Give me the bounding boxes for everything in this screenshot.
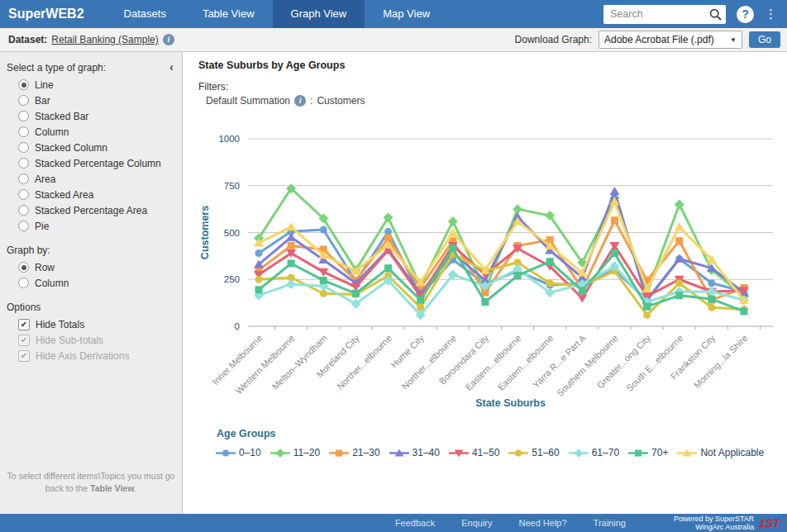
legend-marker-icon <box>329 448 349 458</box>
footer-link-training[interactable]: Training <box>594 518 626 528</box>
graph-type-option-line[interactable]: Line <box>0 77 182 93</box>
graph-by-label: Graph by: <box>7 245 175 256</box>
graph-type-option-stacked-percentage-column[interactable]: Stacked Percentage Column <box>0 155 182 171</box>
legend-item-61-70: 61–70 <box>569 447 619 458</box>
data-point <box>635 449 642 456</box>
options-label: Options <box>7 302 175 313</box>
x-category-label: Southern Melbourne <box>555 333 620 398</box>
data-point <box>288 242 295 249</box>
radio-icon <box>18 142 29 153</box>
y-tick-label: 250 <box>224 274 240 284</box>
option-label: Hide Axis Derivations <box>36 350 129 362</box>
data-point <box>675 199 684 209</box>
dataset-link[interactable]: Retail Banking (Sample) <box>51 34 158 45</box>
legend-marker-icon <box>449 448 469 458</box>
radio-icon <box>18 95 29 106</box>
legend-label: 21–30 <box>352 447 379 458</box>
data-point <box>574 449 583 458</box>
line-chart: 02505007501000Inner MelbourneWestern Mel… <box>197 120 784 419</box>
y-tick-label: 1000 <box>218 134 240 144</box>
collapse-sidebar-icon[interactable]: ‹ <box>169 60 174 73</box>
footer-link-feedback[interactable]: Feedback <box>395 518 435 528</box>
x-category-label: Eastern...elbourne <box>496 333 556 392</box>
graph-type-option-stacked-percentage-area[interactable]: Stacked Percentage Area <box>0 202 182 218</box>
tab-graph-view[interactable]: Graph View <box>273 0 365 28</box>
data-point <box>286 279 296 289</box>
graph-by-list: RowColumn <box>0 259 182 291</box>
option-label: Row <box>35 262 55 273</box>
graph-type-option-area[interactable]: Area <box>0 171 182 187</box>
data-point <box>577 294 587 302</box>
graph-by-option-column[interactable]: Column <box>0 275 182 291</box>
legend-item-51-60: 51–60 <box>508 447 559 458</box>
x-category-label: Melton–Wyndham <box>270 333 329 392</box>
footer-link-need-help[interactable]: Need Help? <box>518 518 566 528</box>
legend-item-11-20: 11–20 <box>270 447 320 458</box>
legend-item-70+: 70+ <box>628 447 668 458</box>
data-point <box>384 228 392 235</box>
option-label: Area <box>35 173 55 185</box>
tab-map-view[interactable]: Map View <box>365 0 448 28</box>
checkbox-icon: ✔ <box>18 335 30 346</box>
help-icon[interactable]: ? <box>737 6 754 23</box>
legend-item-31-40: 31–40 <box>389 447 440 458</box>
data-point <box>320 277 327 284</box>
download-format-select[interactable]: Adobe Acrobat File (.pdf) ▼ <box>599 31 742 49</box>
tab-datasets[interactable]: Datasets <box>106 0 184 28</box>
top-nav-bar: SuperWEB2 DatasetsTable ViewGraph ViewMa… <box>0 0 787 28</box>
x-category-label: Norther...elbourne <box>335 333 394 392</box>
graph-type-option-stacked-column[interactable]: Stacked Column <box>0 140 182 155</box>
sidebar-note-bold: Table View <box>90 483 134 493</box>
data-point <box>288 259 295 267</box>
option-hide-axis-derivations: ✔Hide Axis Derivations <box>0 348 182 363</box>
footer-link-enquiry[interactable]: Enquiry <box>461 518 492 528</box>
option-label: Column <box>35 126 69 138</box>
data-point <box>255 286 263 293</box>
search-input[interactable] <box>603 8 726 20</box>
option-hide-totals[interactable]: ✔Hide Totals <box>0 316 182 332</box>
data-point <box>384 264 392 272</box>
legend: 0–1011–2021–3031–4041–5051–6061–7070+Not… <box>216 447 778 458</box>
tab-table-view[interactable]: Table View <box>184 0 273 28</box>
dataset-info-icon[interactable]: i <box>163 34 174 45</box>
page-title: State Suburbs by Age Groups <box>198 59 345 71</box>
sidebar: Select a type of graph: ‹ LineBarStacked… <box>0 52 183 514</box>
graph-type-option-stacked-bar[interactable]: Stacked Bar <box>0 108 182 124</box>
graph-type-option-stacked-area[interactable]: Stacked Area <box>0 187 182 202</box>
graph-type-option-bar[interactable]: Bar <box>0 93 182 108</box>
data-point <box>514 272 522 279</box>
graph-type-option-pie[interactable]: Pie <box>0 218 182 234</box>
option-label: Pie <box>35 221 49 232</box>
option-label: Bar <box>35 95 50 107</box>
legend-marker-icon <box>569 448 589 458</box>
graph-by-option-row[interactable]: Row <box>0 259 182 275</box>
x-category-label: South E...elbourne <box>624 333 684 393</box>
powered-by: Powered by SuperSTAR WingArc Australia <box>674 515 754 531</box>
powered-by-line1: Powered by SuperSTAR <box>674 515 754 523</box>
footer-bar: FeedbackEnquiryNeed Help?Training Powere… <box>0 514 787 532</box>
app-logo: SuperWEB2 <box>0 0 94 28</box>
sidebar-note-suffix: . <box>134 483 136 493</box>
radio-icon <box>18 173 29 184</box>
data-point <box>515 449 522 456</box>
filter-info-icon[interactable]: i <box>294 95 306 107</box>
data-point <box>741 307 748 315</box>
data-point <box>255 249 263 257</box>
search-icon[interactable] <box>709 8 722 21</box>
x-axis-title: State Suburbs <box>475 397 546 409</box>
download-controls: Download Graph: Adobe Acrobat File (.pdf… <box>515 28 780 51</box>
go-button[interactable]: Go <box>749 31 780 48</box>
graph-type-label: Select a type of graph: <box>7 62 106 74</box>
option-label: Stacked Area <box>35 189 93 201</box>
data-point <box>336 449 342 456</box>
legend-item-not-applicable: Not Applicable <box>677 447 764 458</box>
graph-type-option-column[interactable]: Column <box>0 124 182 140</box>
y-tick-label: 500 <box>224 228 240 238</box>
radio-icon <box>18 221 29 231</box>
legend-marker-icon <box>270 448 290 458</box>
option-label: Stacked Percentage Column <box>35 158 161 169</box>
legend-marker-icon <box>628 448 648 458</box>
download-graph-label: Download Graph: <box>515 34 592 45</box>
data-point <box>611 249 618 257</box>
overflow-menu-icon[interactable]: ⋮ <box>765 0 777 28</box>
